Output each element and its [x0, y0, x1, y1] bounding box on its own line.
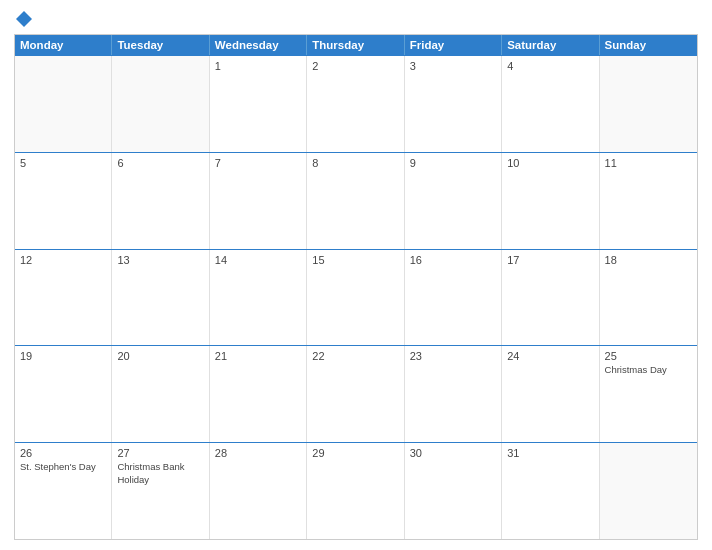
day-header-tuesday: Tuesday — [112, 35, 209, 55]
day-number: 24 — [507, 350, 593, 362]
day-headers-row: MondayTuesdayWednesdayThursdayFridaySatu… — [15, 35, 697, 55]
day-cell: 4 — [502, 56, 599, 152]
day-number: 21 — [215, 350, 301, 362]
day-cell: 27Christmas Bank Holiday — [112, 443, 209, 539]
week-row-5: 26St. Stephen's Day27Christmas Bank Holi… — [15, 442, 697, 539]
day-cell: 19 — [15, 346, 112, 442]
day-cell: 17 — [502, 250, 599, 346]
day-cell: 31 — [502, 443, 599, 539]
day-number: 28 — [215, 447, 301, 459]
day-number: 22 — [312, 350, 398, 362]
day-cell — [15, 56, 112, 152]
day-number: 27 — [117, 447, 203, 459]
day-cell — [112, 56, 209, 152]
day-cell: 12 — [15, 250, 112, 346]
logo — [14, 10, 36, 28]
day-number: 12 — [20, 254, 106, 266]
day-header-thursday: Thursday — [307, 35, 404, 55]
svg-marker-0 — [16, 11, 32, 27]
day-cell: 20 — [112, 346, 209, 442]
day-cell: 5 — [15, 153, 112, 249]
day-cell: 23 — [405, 346, 502, 442]
day-number: 29 — [312, 447, 398, 459]
day-number: 23 — [410, 350, 496, 362]
day-number: 11 — [605, 157, 692, 169]
day-cell: 16 — [405, 250, 502, 346]
day-number: 13 — [117, 254, 203, 266]
day-cell: 15 — [307, 250, 404, 346]
day-cell: 3 — [405, 56, 502, 152]
day-cell: 22 — [307, 346, 404, 442]
day-number: 30 — [410, 447, 496, 459]
week-row-2: 567891011 — [15, 152, 697, 249]
day-cell: 11 — [600, 153, 697, 249]
day-cell: 30 — [405, 443, 502, 539]
day-number: 25 — [605, 350, 692, 362]
day-cell: 21 — [210, 346, 307, 442]
header — [14, 10, 698, 28]
day-number: 10 — [507, 157, 593, 169]
day-cell: 26St. Stephen's Day — [15, 443, 112, 539]
day-number: 2 — [312, 60, 398, 72]
day-header-monday: Monday — [15, 35, 112, 55]
day-cell — [600, 56, 697, 152]
day-header-wednesday: Wednesday — [210, 35, 307, 55]
day-number: 18 — [605, 254, 692, 266]
calendar-page: MondayTuesdayWednesdayThursdayFridaySatu… — [0, 0, 712, 550]
day-number: 19 — [20, 350, 106, 362]
day-number: 9 — [410, 157, 496, 169]
day-cell: 9 — [405, 153, 502, 249]
day-cell: 6 — [112, 153, 209, 249]
day-cell: 8 — [307, 153, 404, 249]
day-number: 6 — [117, 157, 203, 169]
day-cell: 28 — [210, 443, 307, 539]
day-number: 15 — [312, 254, 398, 266]
day-header-saturday: Saturday — [502, 35, 599, 55]
day-number: 26 — [20, 447, 106, 459]
day-cell: 24 — [502, 346, 599, 442]
day-number: 14 — [215, 254, 301, 266]
event-label: Christmas Bank Holiday — [117, 461, 203, 486]
calendar-grid: MondayTuesdayWednesdayThursdayFridaySatu… — [14, 34, 698, 540]
day-number: 17 — [507, 254, 593, 266]
day-number: 8 — [312, 157, 398, 169]
week-row-4: 19202122232425Christmas Day — [15, 345, 697, 442]
day-number: 7 — [215, 157, 301, 169]
day-number: 5 — [20, 157, 106, 169]
day-header-friday: Friday — [405, 35, 502, 55]
day-cell: 7 — [210, 153, 307, 249]
day-number: 3 — [410, 60, 496, 72]
day-cell: 10 — [502, 153, 599, 249]
day-cell — [600, 443, 697, 539]
day-cell: 14 — [210, 250, 307, 346]
day-number: 16 — [410, 254, 496, 266]
event-label: Christmas Day — [605, 364, 692, 376]
day-number: 1 — [215, 60, 301, 72]
logo-flag-icon — [15, 10, 33, 28]
day-number: 4 — [507, 60, 593, 72]
day-cell: 2 — [307, 56, 404, 152]
week-row-3: 12131415161718 — [15, 249, 697, 346]
day-cell: 13 — [112, 250, 209, 346]
day-number: 31 — [507, 447, 593, 459]
day-header-sunday: Sunday — [600, 35, 697, 55]
day-cell: 18 — [600, 250, 697, 346]
day-cell: 25Christmas Day — [600, 346, 697, 442]
weeks-container: 1234567891011121314151617181920212223242… — [15, 55, 697, 539]
day-number: 20 — [117, 350, 203, 362]
week-row-1: 1234 — [15, 55, 697, 152]
day-cell: 29 — [307, 443, 404, 539]
day-cell: 1 — [210, 56, 307, 152]
event-label: St. Stephen's Day — [20, 461, 106, 473]
